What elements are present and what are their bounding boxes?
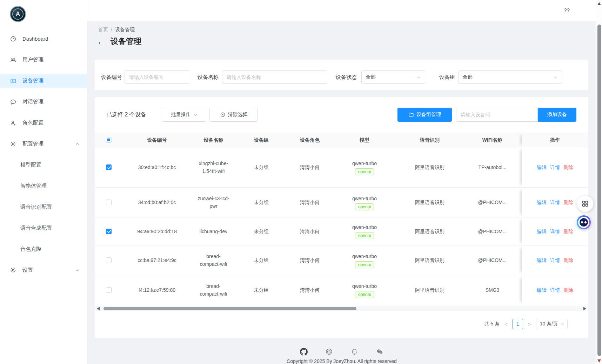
device-name-input[interactable] [227,71,323,83]
cell-wifi: @PHICOM... [463,188,522,217]
scroll-right-arrow-icon[interactable] [583,307,586,310]
scroll-down-arrow-icon[interactable] [597,359,601,363]
cell-device-id: 34:cd:b0:af:b2:0c [123,188,191,217]
sidebar-item-conversation-management[interactable]: 对话管理 [0,95,87,109]
cell-actions: 编辑 详情 删除 [522,245,588,275]
row-checkbox[interactable] [106,200,112,205]
row-checkbox[interactable] [106,257,112,263]
page-size-select[interactable]: 10 条/页 [536,319,568,329]
bell-icon[interactable] [350,348,358,356]
device-code-input[interactable] [461,112,533,117]
edit-link[interactable]: 编辑 [537,286,547,294]
github-icon[interactable] [300,348,308,356]
device-status-select[interactable]: 全部 [361,70,425,84]
detail-link[interactable]: 详情 [550,163,560,171]
sidebar-item-label: 用户管理 [22,56,44,63]
back-arrow-icon[interactable]: ← [97,38,105,45]
delete-link[interactable]: 删除 [563,198,573,206]
sidebar-item-tts-config[interactable]: 语音合成配置 [0,221,87,235]
filter-card: 设备编号 设备名称 设备状态 全部 设备组 全部 [95,60,588,90]
add-device-button[interactable]: 添加设备 [538,108,576,122]
row-checkbox[interactable] [106,287,112,293]
chevron-down-icon [554,75,557,79]
delete-link[interactable]: 删除 [563,256,573,264]
model-provider-tag: openai [355,203,374,210]
table-header-row: 设备编号 设备名称 设备组 设备角色 模型 语音识别 WIFI名称 操作 [95,133,588,147]
app-logo[interactable]: A [10,6,26,22]
cell-group: 未分组 [236,275,287,305]
detail-link[interactable]: 详情 [550,286,560,294]
batch-actions-button[interactable]: 批量操作 [162,108,206,122]
user-indicator[interactable]: ?? [564,7,570,13]
filter-device-group-label: 设备组 [439,70,455,84]
row-checkbox[interactable] [106,164,112,170]
cell-role: 湾湾小何 [287,245,333,275]
col-header-role: 设备角色 [287,133,333,147]
sidebar-item-model-config[interactable]: 模型配置 [0,158,87,172]
select-all-checkbox[interactable] [106,137,112,143]
cell-model: qwen-turboopenai [333,275,396,305]
pagination-next-button[interactable]: > [527,321,532,327]
edit-link[interactable]: 编辑 [537,198,547,206]
folder-icon [408,112,414,117]
wechat-icon[interactable] [376,348,383,356]
row-checkbox[interactable] [106,229,112,234]
cell-model: qwen-turboopenai [333,217,396,245]
sidebar-item-voice-clone[interactable]: 音色克隆 [0,242,87,256]
gitee-icon[interactable] [325,348,333,356]
sidebar-item-config-management[interactable]: 配置管理 [0,137,87,151]
cell-wifi: @PHICOM... [463,217,522,245]
delete-link[interactable]: 删除 [563,286,573,294]
cell-device-name: bread-compact-wifi [191,275,236,305]
col-header-group: 设备组 [236,133,287,147]
horizontal-scrollbar[interactable] [95,306,588,311]
delete-link[interactable]: 删除 [563,228,573,235]
edit-link[interactable]: 编辑 [537,163,547,171]
cell-model: qwen-turboopenai [333,147,396,187]
sidebar-subitem-label: 音色克隆 [20,246,41,252]
pagination: 共 5 条 < 1 > 10 条/页 [484,319,568,329]
sidebar-item-dashboard[interactable]: Dashboard [0,32,87,46]
device-id-input[interactable] [129,71,186,83]
table-row: cc:ba:97:21:e4:9c bread-compact-wifi 未分组… [95,245,588,275]
device-group-manage-label: 设备组管理 [416,112,441,118]
edit-link[interactable]: 编辑 [537,256,547,264]
assistant-button[interactable] [577,215,591,229]
detail-link[interactable]: 详情 [550,198,560,206]
sidebar-item-agent-management[interactable]: 智能体管理 [0,179,87,193]
pagination-page-1[interactable]: 1 [513,319,523,329]
detail-link[interactable]: 详情 [550,228,560,235]
cell-role: 湾湾小何 [287,275,333,305]
selected-count-text: 已选择 2 个设备 [106,108,146,122]
detail-link[interactable]: 详情 [550,256,560,264]
robot-device-icon [10,77,16,84]
table-row: f4:12:fa:e7:59:80 bread-compact-wifi 未分组… [95,275,588,305]
widget-grid-button[interactable] [577,196,593,212]
device-group-select[interactable]: 全部 [458,70,562,84]
sidebar-item-asr-config[interactable]: 语音识别配置 [0,200,87,214]
horizontal-scrollbar-thumb[interactable] [103,307,356,310]
delete-link[interactable]: 删除 [563,163,573,171]
cell-asr: 阿里语音识别 [396,275,463,305]
pagination-total: 共 5 条 [484,321,500,327]
vertical-scrollbar[interactable] [596,0,602,364]
chevron-down-icon [561,322,564,326]
sidebar-item-settings[interactable]: 设置 [0,263,87,277]
assistant-ring [578,217,589,228]
breadcrumb-separator: / [111,27,112,33]
device-table: 设备编号 设备名称 设备组 设备角色 模型 语音识别 WIFI名称 操作 30:… [95,133,588,305]
scroll-up-arrow-icon[interactable] [597,2,601,5]
sidebar-item-device-management[interactable]: 设备管理 [0,74,87,88]
vertical-scrollbar-thumb[interactable] [597,25,601,356]
sidebar-item-role-config[interactable]: 角色配置 [0,116,87,130]
device-group-manage-button[interactable]: 设备组管理 [397,108,452,122]
filter-device-name-label: 设备名称 [198,70,219,84]
edit-link[interactable]: 编辑 [537,228,547,235]
cell-device-id: 30:ed:a0:1f:4c:bc [123,147,191,187]
pagination-prev-button[interactable]: < [504,321,508,327]
page-size-value: 10 条/页 [540,321,558,327]
breadcrumb-home[interactable]: 首页 [98,27,108,33]
sidebar-item-user-management[interactable]: 用户管理 [0,53,87,67]
scroll-left-arrow-icon[interactable] [97,307,100,310]
clear-selection-button[interactable]: 清除选择 [209,108,258,122]
